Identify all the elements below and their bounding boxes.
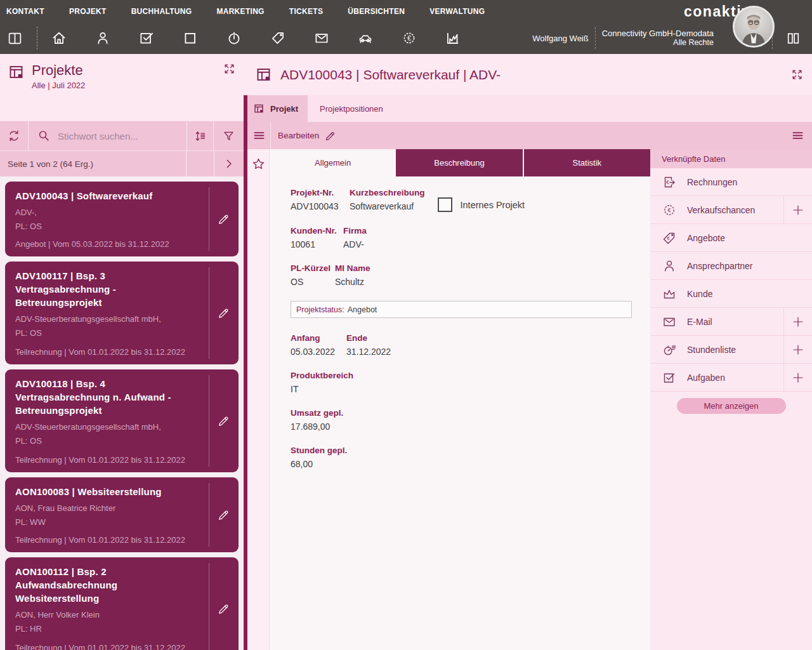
internes-projekt-checkbox[interactable] bbox=[438, 197, 452, 212]
user-divider bbox=[595, 27, 596, 49]
menu-kontakt[interactable]: KONTAKT bbox=[6, 7, 44, 16]
hamburger-icon bbox=[791, 129, 804, 142]
record-content: Allgemein Beschreibung Statistik Projekt… bbox=[247, 149, 812, 650]
project-card[interactable]: ADV100043 | Softwareverkauf ADV-, PL: OS… bbox=[5, 182, 239, 256]
pagination-bar: Seite 1 von 2 (64 Erg.) bbox=[0, 150, 244, 176]
card-status: Teilrechnung | Vom 01.01.2022 bis 31.12.… bbox=[15, 535, 200, 545]
tab-label: Projekt bbox=[270, 104, 298, 114]
plus-icon bbox=[791, 343, 805, 357]
linked-rechnungen[interactable]: € Rechnungen bbox=[650, 168, 812, 196]
home-button[interactable] bbox=[45, 24, 73, 52]
reports-button[interactable] bbox=[439, 24, 467, 52]
svg-text:€: € bbox=[407, 34, 411, 42]
add-email-button[interactable] bbox=[783, 308, 812, 335]
toolbar-menu-button[interactable] bbox=[247, 122, 271, 149]
project-card[interactable]: ADV100117 | Bsp. 3 Vertragsabrechnung - … bbox=[5, 262, 239, 364]
finance-button[interactable]: € bbox=[395, 24, 423, 52]
menu-tickets[interactable]: TICKETS bbox=[289, 7, 323, 16]
form-tabs: Allgemein Beschreibung Statistik bbox=[270, 149, 650, 176]
menu-buchhaltung[interactable]: BUCHHALTUNG bbox=[131, 7, 192, 16]
menu-verwaltung[interactable]: VERWALTUNG bbox=[429, 7, 485, 16]
split-view-button[interactable] bbox=[1, 24, 29, 52]
detail-expand-button[interactable] bbox=[791, 69, 803, 81]
star-icon[interactable] bbox=[251, 157, 266, 171]
field-group-laufzeit: Anfang 05.03.2022 Ende 31.12.2022 bbox=[291, 333, 650, 357]
tab-projektpositionen[interactable]: Projektpositionen bbox=[308, 95, 395, 122]
edit-button[interactable]: Bearbeiten bbox=[271, 129, 337, 142]
show-more-button[interactable]: Mehr anzeigen bbox=[677, 398, 786, 414]
person-icon bbox=[95, 30, 111, 46]
linked-ansprechpartner[interactable]: Ansprechpartner bbox=[650, 252, 812, 280]
tasks-button[interactable] bbox=[133, 24, 160, 52]
seal-euro-icon: € bbox=[662, 202, 677, 218]
card-edit-button[interactable] bbox=[209, 267, 239, 359]
expand-icon bbox=[223, 63, 235, 75]
firma-value: ADV- bbox=[343, 239, 367, 249]
mail-button[interactable] bbox=[308, 24, 336, 52]
project-tab-icon bbox=[253, 103, 265, 114]
edit-label: Bearbeiten bbox=[278, 131, 319, 140]
next-page-button[interactable] bbox=[214, 151, 244, 176]
menu-projekt[interactable]: PROJEKT bbox=[69, 7, 107, 16]
linked-email[interactable]: E-Mail bbox=[650, 308, 812, 336]
refresh-button[interactable] bbox=[0, 121, 29, 150]
add-verkaufschance-button[interactable] bbox=[783, 196, 812, 223]
linked-item-label: Stundenliste bbox=[687, 345, 736, 355]
fleet-button[interactable] bbox=[351, 24, 379, 52]
add-aufgabe-button[interactable] bbox=[783, 364, 812, 391]
list-title: Projekte bbox=[32, 62, 85, 79]
field-group-umsatz: Umsatz gepl. 17.689,00 bbox=[291, 408, 650, 432]
menu-marketing[interactable]: MARKETING bbox=[216, 7, 264, 16]
avatar[interactable] bbox=[733, 6, 775, 48]
linked-verkaufschancen[interactable]: € Verkaufschancen bbox=[650, 196, 812, 224]
record-toolbar: Bearbeiten bbox=[247, 122, 812, 149]
linked-stundenliste[interactable]: Stundenliste bbox=[650, 336, 812, 364]
plus-icon bbox=[791, 315, 805, 329]
card-edit-button[interactable] bbox=[209, 483, 239, 547]
toolbar-more-button[interactable] bbox=[783, 122, 812, 149]
hamburger-icon bbox=[252, 129, 266, 142]
kurzbeschreibung-value: Softwareverkauf bbox=[350, 201, 425, 211]
tab-projekt[interactable]: Projekt bbox=[247, 95, 308, 122]
mi-name-label: MI Name bbox=[335, 263, 370, 273]
projektstatus-field[interactable]: Projektstatus: Angebot bbox=[291, 301, 632, 318]
linked-angebote[interactable]: € Angebote bbox=[650, 224, 812, 252]
filter-button[interactable] bbox=[214, 121, 244, 150]
card-title: AON100112 | Bsp. 2 Aufwandsabrechnung We… bbox=[15, 565, 200, 605]
contacts-button[interactable] bbox=[89, 24, 117, 52]
field-group-projektleiter: PL-Kürzel OS MI Name Schultz bbox=[291, 263, 650, 287]
list-expand-button[interactable] bbox=[223, 63, 235, 75]
card-edit-button[interactable] bbox=[209, 375, 239, 467]
linked-item-label: Kunde bbox=[687, 289, 712, 299]
pencil-icon bbox=[217, 212, 231, 226]
linked-aufgaben[interactable]: Aufgaben bbox=[650, 364, 812, 392]
project-record-icon bbox=[255, 66, 272, 83]
tenant-name: Connectivity GmbH-Demodata bbox=[602, 29, 714, 38]
projects-button[interactable] bbox=[176, 24, 204, 52]
mi-name-value: Schultz bbox=[335, 277, 370, 287]
project-card[interactable]: AON100112 | Bsp. 2 Aufwandsabrechnung We… bbox=[5, 557, 239, 650]
project-card[interactable]: AON100083 | Websiteerstellung AON, Frau … bbox=[5, 477, 239, 552]
tab-allgemein[interactable]: Allgemein bbox=[270, 149, 396, 176]
linked-item-label: Rechnungen bbox=[687, 177, 737, 187]
menu-uebersichten[interactable]: ÜBERSICHTEN bbox=[348, 7, 405, 16]
sort-button[interactable] bbox=[187, 121, 214, 150]
projects-module-icon bbox=[8, 63, 25, 81]
linked-kunde[interactable]: Kunde bbox=[650, 280, 812, 308]
refresh-icon bbox=[7, 129, 21, 143]
search-input[interactable] bbox=[58, 131, 166, 142]
card-edit-button[interactable] bbox=[209, 563, 239, 650]
right-panel-toggle[interactable] bbox=[779, 24, 807, 52]
tab-statistik[interactable]: Statistik bbox=[523, 149, 650, 176]
articles-button[interactable] bbox=[264, 24, 292, 52]
pl-kuerzel-value: OS bbox=[291, 277, 335, 287]
tab-beschreibung[interactable]: Beschreibung bbox=[396, 149, 522, 176]
project-card[interactable]: ADV100118 | Bsp. 4 Vertragsabrechnung n.… bbox=[5, 369, 239, 472]
field-group-projekt: Projekt-Nr. ADV100043 Kurzbeschreibung S… bbox=[291, 188, 650, 212]
time-button[interactable] bbox=[220, 24, 248, 52]
iconbar-divider bbox=[37, 27, 37, 50]
linked-item-label: Verkaufschancen bbox=[687, 205, 755, 215]
card-project-lead: PL: WW bbox=[15, 517, 200, 527]
add-stunden-button[interactable] bbox=[783, 336, 812, 363]
card-edit-button[interactable] bbox=[209, 187, 239, 251]
